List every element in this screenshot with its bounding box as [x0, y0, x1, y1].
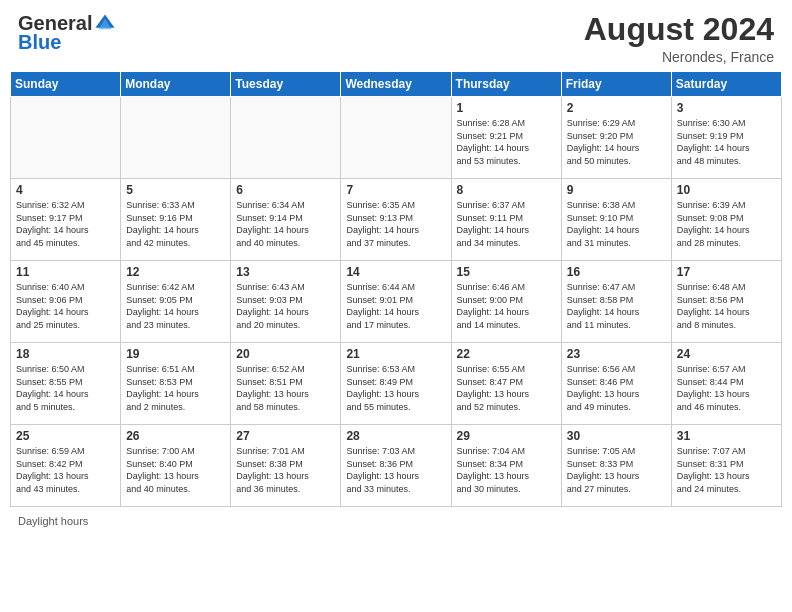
calendar-cell: 5Sunrise: 6:33 AM Sunset: 9:16 PM Daylig…: [121, 179, 231, 261]
day-info: Sunrise: 7:03 AM Sunset: 8:36 PM Dayligh…: [346, 445, 445, 495]
calendar-cell: 19Sunrise: 6:51 AM Sunset: 8:53 PM Dayli…: [121, 343, 231, 425]
calendar-cell: 22Sunrise: 6:55 AM Sunset: 8:47 PM Dayli…: [451, 343, 561, 425]
calendar-cell: 2Sunrise: 6:29 AM Sunset: 9:20 PM Daylig…: [561, 97, 671, 179]
calendar-cell: 25Sunrise: 6:59 AM Sunset: 8:42 PM Dayli…: [11, 425, 121, 507]
logo-blue: Blue: [18, 31, 61, 53]
day-number: 19: [126, 347, 225, 361]
day-info: Sunrise: 6:44 AM Sunset: 9:01 PM Dayligh…: [346, 281, 445, 331]
day-info: Sunrise: 6:46 AM Sunset: 9:00 PM Dayligh…: [457, 281, 556, 331]
calendar-cell: 21Sunrise: 6:53 AM Sunset: 8:49 PM Dayli…: [341, 343, 451, 425]
logo-icon: [94, 13, 116, 35]
day-info: Sunrise: 6:55 AM Sunset: 8:47 PM Dayligh…: [457, 363, 556, 413]
footer: Daylight hours: [0, 511, 792, 531]
calendar-cell: 1Sunrise: 6:28 AM Sunset: 9:21 PM Daylig…: [451, 97, 561, 179]
calendar-cell: 26Sunrise: 7:00 AM Sunset: 8:40 PM Dayli…: [121, 425, 231, 507]
calendar-cell: 24Sunrise: 6:57 AM Sunset: 8:44 PM Dayli…: [671, 343, 781, 425]
weekday-header: Sunday: [11, 72, 121, 97]
day-number: 12: [126, 265, 225, 279]
day-info: Sunrise: 6:32 AM Sunset: 9:17 PM Dayligh…: [16, 199, 115, 249]
calendar-cell: 18Sunrise: 6:50 AM Sunset: 8:55 PM Dayli…: [11, 343, 121, 425]
day-number: 26: [126, 429, 225, 443]
calendar-cell: 23Sunrise: 6:56 AM Sunset: 8:46 PM Dayli…: [561, 343, 671, 425]
day-info: Sunrise: 6:28 AM Sunset: 9:21 PM Dayligh…: [457, 117, 556, 167]
calendar-cell: 17Sunrise: 6:48 AM Sunset: 8:56 PM Dayli…: [671, 261, 781, 343]
day-number: 22: [457, 347, 556, 361]
calendar-cell: 30Sunrise: 7:05 AM Sunset: 8:33 PM Dayli…: [561, 425, 671, 507]
day-number: 14: [346, 265, 445, 279]
calendar-cell: 29Sunrise: 7:04 AM Sunset: 8:34 PM Dayli…: [451, 425, 561, 507]
day-number: 31: [677, 429, 776, 443]
calendar-cell: 7Sunrise: 6:35 AM Sunset: 9:13 PM Daylig…: [341, 179, 451, 261]
day-info: Sunrise: 6:29 AM Sunset: 9:20 PM Dayligh…: [567, 117, 666, 167]
day-info: Sunrise: 6:43 AM Sunset: 9:03 PM Dayligh…: [236, 281, 335, 331]
calendar-cell: 14Sunrise: 6:44 AM Sunset: 9:01 PM Dayli…: [341, 261, 451, 343]
weekday-header: Wednesday: [341, 72, 451, 97]
day-number: 8: [457, 183, 556, 197]
day-number: 1: [457, 101, 556, 115]
day-info: Sunrise: 6:40 AM Sunset: 9:06 PM Dayligh…: [16, 281, 115, 331]
day-info: Sunrise: 6:48 AM Sunset: 8:56 PM Dayligh…: [677, 281, 776, 331]
calendar-cell: 3Sunrise: 6:30 AM Sunset: 9:19 PM Daylig…: [671, 97, 781, 179]
day-info: Sunrise: 6:57 AM Sunset: 8:44 PM Dayligh…: [677, 363, 776, 413]
calendar-cell: 15Sunrise: 6:46 AM Sunset: 9:00 PM Dayli…: [451, 261, 561, 343]
page-header: General Blue August 2024 Nerondes, Franc…: [0, 0, 792, 71]
day-number: 3: [677, 101, 776, 115]
day-number: 7: [346, 183, 445, 197]
calendar-cell: 9Sunrise: 6:38 AM Sunset: 9:10 PM Daylig…: [561, 179, 671, 261]
day-number: 11: [16, 265, 115, 279]
day-number: 5: [126, 183, 225, 197]
calendar-cell: 11Sunrise: 6:40 AM Sunset: 9:06 PM Dayli…: [11, 261, 121, 343]
month-year-title: August 2024: [584, 12, 774, 47]
day-info: Sunrise: 6:51 AM Sunset: 8:53 PM Dayligh…: [126, 363, 225, 413]
day-info: Sunrise: 7:07 AM Sunset: 8:31 PM Dayligh…: [677, 445, 776, 495]
day-info: Sunrise: 6:59 AM Sunset: 8:42 PM Dayligh…: [16, 445, 115, 495]
calendar-cell: 27Sunrise: 7:01 AM Sunset: 8:38 PM Dayli…: [231, 425, 341, 507]
day-number: 23: [567, 347, 666, 361]
calendar-cell: 13Sunrise: 6:43 AM Sunset: 9:03 PM Dayli…: [231, 261, 341, 343]
day-info: Sunrise: 6:39 AM Sunset: 9:08 PM Dayligh…: [677, 199, 776, 249]
day-number: 13: [236, 265, 335, 279]
calendar-cell: [231, 97, 341, 179]
weekday-header: Tuesday: [231, 72, 341, 97]
day-number: 24: [677, 347, 776, 361]
day-info: Sunrise: 6:35 AM Sunset: 9:13 PM Dayligh…: [346, 199, 445, 249]
day-number: 28: [346, 429, 445, 443]
day-number: 21: [346, 347, 445, 361]
day-number: 4: [16, 183, 115, 197]
day-number: 25: [16, 429, 115, 443]
day-info: Sunrise: 6:38 AM Sunset: 9:10 PM Dayligh…: [567, 199, 666, 249]
calendar-cell: 31Sunrise: 7:07 AM Sunset: 8:31 PM Dayli…: [671, 425, 781, 507]
calendar-cell: [341, 97, 451, 179]
day-info: Sunrise: 6:47 AM Sunset: 8:58 PM Dayligh…: [567, 281, 666, 331]
weekday-header: Monday: [121, 72, 231, 97]
calendar-cell: [121, 97, 231, 179]
calendar-cell: 8Sunrise: 6:37 AM Sunset: 9:11 PM Daylig…: [451, 179, 561, 261]
day-info: Sunrise: 6:53 AM Sunset: 8:49 PM Dayligh…: [346, 363, 445, 413]
location-label: Nerondes, France: [584, 49, 774, 65]
day-info: Sunrise: 7:04 AM Sunset: 8:34 PM Dayligh…: [457, 445, 556, 495]
day-info: Sunrise: 7:00 AM Sunset: 8:40 PM Dayligh…: [126, 445, 225, 495]
day-info: Sunrise: 6:56 AM Sunset: 8:46 PM Dayligh…: [567, 363, 666, 413]
weekday-header: Saturday: [671, 72, 781, 97]
day-info: Sunrise: 6:34 AM Sunset: 9:14 PM Dayligh…: [236, 199, 335, 249]
day-info: Sunrise: 6:33 AM Sunset: 9:16 PM Dayligh…: [126, 199, 225, 249]
day-info: Sunrise: 7:01 AM Sunset: 8:38 PM Dayligh…: [236, 445, 335, 495]
calendar-cell: 12Sunrise: 6:42 AM Sunset: 9:05 PM Dayli…: [121, 261, 231, 343]
day-number: 18: [16, 347, 115, 361]
day-number: 15: [457, 265, 556, 279]
daylight-hours-label: Daylight hours: [18, 515, 88, 527]
day-number: 29: [457, 429, 556, 443]
day-number: 10: [677, 183, 776, 197]
day-number: 17: [677, 265, 776, 279]
day-number: 6: [236, 183, 335, 197]
weekday-header: Friday: [561, 72, 671, 97]
day-number: 2: [567, 101, 666, 115]
calendar-table: SundayMondayTuesdayWednesdayThursdayFrid…: [10, 71, 782, 507]
calendar-cell: 10Sunrise: 6:39 AM Sunset: 9:08 PM Dayli…: [671, 179, 781, 261]
weekday-header: Thursday: [451, 72, 561, 97]
day-info: Sunrise: 6:42 AM Sunset: 9:05 PM Dayligh…: [126, 281, 225, 331]
title-block: August 2024 Nerondes, France: [584, 12, 774, 65]
day-info: Sunrise: 6:30 AM Sunset: 9:19 PM Dayligh…: [677, 117, 776, 167]
day-number: 30: [567, 429, 666, 443]
calendar-cell: [11, 97, 121, 179]
